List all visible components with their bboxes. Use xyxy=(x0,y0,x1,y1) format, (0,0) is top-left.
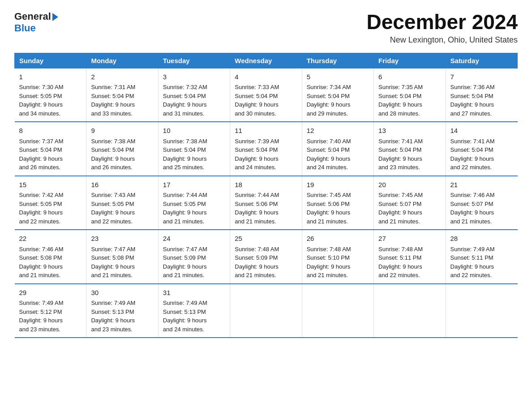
calendar-table: Sunday Monday Tuesday Wednesday Thursday… xyxy=(14,53,518,338)
calendar-cell: 14 Sunrise: 7:41 AMSunset: 5:04 PMDaylig… xyxy=(446,122,517,176)
calendar-week-row: 8 Sunrise: 7:37 AMSunset: 5:04 PMDayligh… xyxy=(15,122,518,176)
month-title: December 2024 xyxy=(366,11,518,34)
calendar-cell: 17 Sunrise: 7:44 AMSunset: 5:05 PMDaylig… xyxy=(158,176,230,230)
day-number: 29 xyxy=(19,288,82,298)
calendar-cell: 23 Sunrise: 7:47 AMSunset: 5:08 PMDaylig… xyxy=(86,230,158,284)
day-number: 19 xyxy=(307,180,369,190)
col-monday: Monday xyxy=(86,53,158,68)
day-number: 14 xyxy=(450,126,513,136)
day-info: Sunrise: 7:39 AMSunset: 5:04 PMDaylight:… xyxy=(235,138,279,171)
col-thursday: Thursday xyxy=(302,53,373,68)
day-info: Sunrise: 7:49 AMSunset: 5:12 PMDaylight:… xyxy=(19,300,64,333)
day-number: 5 xyxy=(307,72,369,82)
header-row: Sunday Monday Tuesday Wednesday Thursday… xyxy=(15,53,518,68)
calendar-cell: 31 Sunrise: 7:49 AMSunset: 5:13 PMDaylig… xyxy=(158,284,230,338)
logo: General Blue xyxy=(14,11,58,34)
location-subtitle: New Lexington, Ohio, United States xyxy=(366,35,518,45)
calendar-cell: 26 Sunrise: 7:48 AMSunset: 5:10 PMDaylig… xyxy=(302,230,373,284)
day-info: Sunrise: 7:33 AMSunset: 5:04 PMDaylight:… xyxy=(235,84,279,117)
calendar-cell: 20 Sunrise: 7:45 AMSunset: 5:07 PMDaylig… xyxy=(374,176,446,230)
calendar-cell: 3 Sunrise: 7:32 AMSunset: 5:04 PMDayligh… xyxy=(158,68,230,122)
calendar-cell xyxy=(374,284,446,338)
day-number: 31 xyxy=(163,288,225,298)
day-number: 30 xyxy=(91,288,153,298)
calendar-cell: 11 Sunrise: 7:39 AMSunset: 5:04 PMDaylig… xyxy=(230,122,302,176)
day-number: 20 xyxy=(378,180,441,190)
calendar-cell xyxy=(230,284,302,338)
day-info: Sunrise: 7:44 AMSunset: 5:06 PMDaylight:… xyxy=(235,192,279,225)
day-info: Sunrise: 7:34 AMSunset: 5:04 PMDaylight:… xyxy=(307,84,351,117)
calendar-week-row: 22 Sunrise: 7:46 AMSunset: 5:08 PMDaylig… xyxy=(15,230,518,284)
day-number: 2 xyxy=(91,72,153,82)
day-number: 26 xyxy=(307,234,369,244)
col-friday: Friday xyxy=(374,53,446,68)
day-info: Sunrise: 7:48 AMSunset: 5:09 PMDaylight:… xyxy=(235,246,279,279)
day-info: Sunrise: 7:47 AMSunset: 5:08 PMDaylight:… xyxy=(91,246,135,279)
day-number: 16 xyxy=(91,180,153,190)
calendar-cell: 24 Sunrise: 7:47 AMSunset: 5:09 PMDaylig… xyxy=(158,230,230,284)
calendar-cell: 12 Sunrise: 7:40 AMSunset: 5:04 PMDaylig… xyxy=(302,122,373,176)
day-info: Sunrise: 7:30 AMSunset: 5:05 PMDaylight:… xyxy=(19,84,64,117)
calendar-cell: 7 Sunrise: 7:36 AMSunset: 5:04 PMDayligh… xyxy=(446,68,517,122)
day-info: Sunrise: 7:38 AMSunset: 5:04 PMDaylight:… xyxy=(91,138,135,171)
day-number: 4 xyxy=(235,72,297,82)
calendar-body: 1 Sunrise: 7:30 AMSunset: 5:05 PMDayligh… xyxy=(15,68,518,338)
day-info: Sunrise: 7:49 AMSunset: 5:11 PMDaylight:… xyxy=(450,246,495,279)
calendar-week-row: 1 Sunrise: 7:30 AMSunset: 5:05 PMDayligh… xyxy=(15,68,518,122)
day-number: 3 xyxy=(163,72,225,82)
day-number: 9 xyxy=(91,126,153,136)
day-number: 6 xyxy=(378,72,441,82)
day-info: Sunrise: 7:41 AMSunset: 5:04 PMDaylight:… xyxy=(378,138,423,171)
logo-arrow-icon xyxy=(52,13,58,21)
day-number: 18 xyxy=(235,180,297,190)
day-info: Sunrise: 7:42 AMSunset: 5:05 PMDaylight:… xyxy=(19,192,64,225)
day-info: Sunrise: 7:48 AMSunset: 5:11 PMDaylight:… xyxy=(378,246,423,279)
calendar-cell: 6 Sunrise: 7:35 AMSunset: 5:04 PMDayligh… xyxy=(374,68,446,122)
day-number: 27 xyxy=(378,234,441,244)
calendar-cell: 9 Sunrise: 7:38 AMSunset: 5:04 PMDayligh… xyxy=(86,122,158,176)
calendar-cell: 27 Sunrise: 7:48 AMSunset: 5:11 PMDaylig… xyxy=(374,230,446,284)
calendar-cell: 13 Sunrise: 7:41 AMSunset: 5:04 PMDaylig… xyxy=(374,122,446,176)
day-info: Sunrise: 7:45 AMSunset: 5:07 PMDaylight:… xyxy=(378,192,423,225)
calendar-cell: 10 Sunrise: 7:38 AMSunset: 5:04 PMDaylig… xyxy=(158,122,230,176)
day-number: 1 xyxy=(19,72,82,82)
calendar-cell: 18 Sunrise: 7:44 AMSunset: 5:06 PMDaylig… xyxy=(230,176,302,230)
day-info: Sunrise: 7:36 AMSunset: 5:04 PMDaylight:… xyxy=(450,84,495,117)
calendar-cell: 21 Sunrise: 7:46 AMSunset: 5:07 PMDaylig… xyxy=(446,176,517,230)
calendar-cell: 2 Sunrise: 7:31 AMSunset: 5:04 PMDayligh… xyxy=(86,68,158,122)
day-number: 12 xyxy=(307,126,369,136)
calendar-week-row: 29 Sunrise: 7:49 AMSunset: 5:12 PMDaylig… xyxy=(15,284,518,338)
calendar-cell: 19 Sunrise: 7:45 AMSunset: 5:06 PMDaylig… xyxy=(302,176,373,230)
day-info: Sunrise: 7:38 AMSunset: 5:04 PMDaylight:… xyxy=(163,138,207,171)
calendar-cell: 30 Sunrise: 7:49 AMSunset: 5:13 PMDaylig… xyxy=(86,284,158,338)
day-number: 21 xyxy=(450,180,513,190)
calendar-cell: 25 Sunrise: 7:48 AMSunset: 5:09 PMDaylig… xyxy=(230,230,302,284)
day-number: 17 xyxy=(163,180,225,190)
logo-general-text: General xyxy=(14,11,51,22)
day-info: Sunrise: 7:46 AMSunset: 5:07 PMDaylight:… xyxy=(450,192,495,225)
page-header: General Blue December 2024 New Lexington… xyxy=(14,11,518,45)
title-section: December 2024 New Lexington, Ohio, Unite… xyxy=(366,11,518,45)
day-number: 8 xyxy=(19,126,82,136)
day-number: 13 xyxy=(378,126,441,136)
day-info: Sunrise: 7:49 AMSunset: 5:13 PMDaylight:… xyxy=(163,300,207,333)
calendar-cell: 16 Sunrise: 7:43 AMSunset: 5:05 PMDaylig… xyxy=(86,176,158,230)
calendar-cell xyxy=(302,284,373,338)
calendar-cell xyxy=(446,284,517,338)
day-number: 24 xyxy=(163,234,225,244)
day-info: Sunrise: 7:46 AMSunset: 5:08 PMDaylight:… xyxy=(19,246,64,279)
day-number: 15 xyxy=(19,180,82,190)
calendar-cell: 5 Sunrise: 7:34 AMSunset: 5:04 PMDayligh… xyxy=(302,68,373,122)
calendar-cell: 29 Sunrise: 7:49 AMSunset: 5:12 PMDaylig… xyxy=(15,284,86,338)
day-number: 11 xyxy=(235,126,297,136)
day-info: Sunrise: 7:35 AMSunset: 5:04 PMDaylight:… xyxy=(378,84,423,117)
day-info: Sunrise: 7:47 AMSunset: 5:09 PMDaylight:… xyxy=(163,246,207,279)
day-info: Sunrise: 7:31 AMSunset: 5:04 PMDaylight:… xyxy=(91,84,135,117)
calendar-cell: 28 Sunrise: 7:49 AMSunset: 5:11 PMDaylig… xyxy=(446,230,517,284)
day-number: 22 xyxy=(19,234,82,244)
day-info: Sunrise: 7:41 AMSunset: 5:04 PMDaylight:… xyxy=(450,138,495,171)
day-info: Sunrise: 7:45 AMSunset: 5:06 PMDaylight:… xyxy=(307,192,351,225)
day-info: Sunrise: 7:43 AMSunset: 5:05 PMDaylight:… xyxy=(91,192,135,225)
col-saturday: Saturday xyxy=(446,53,517,68)
logo-blue-text: Blue xyxy=(14,22,36,34)
